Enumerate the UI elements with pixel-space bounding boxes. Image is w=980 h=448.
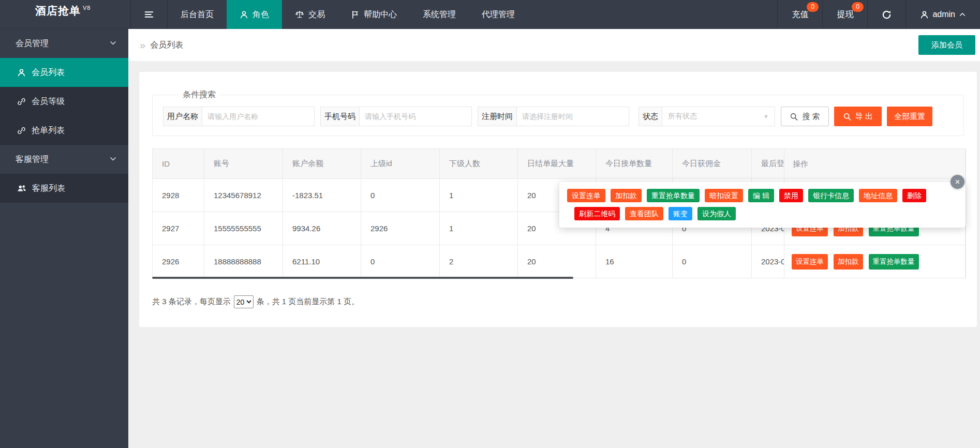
row-action-button[interactable]: 加扣款 bbox=[834, 254, 863, 270]
search-filter-fieldset: 条件搜索 用户名称 手机号码 注册时间 状态 bbox=[152, 89, 964, 136]
column-header: 上级id bbox=[361, 149, 440, 179]
person-icon bbox=[17, 68, 26, 77]
export-button[interactable]: 导 出 bbox=[834, 107, 882, 126]
column-header: 下级人数 bbox=[440, 149, 518, 179]
app-title: 酒店抢单 bbox=[35, 4, 81, 18]
popup-action-button[interactable]: 账变 bbox=[669, 207, 692, 220]
register-time-label: 注册时间 bbox=[478, 107, 516, 126]
flag-icon bbox=[351, 10, 360, 19]
popup-action-button[interactable]: 地址信息 bbox=[859, 189, 897, 202]
sidebar-group-label: 会员管理 bbox=[16, 38, 49, 49]
row-action-button[interactable]: 设置连单 bbox=[792, 254, 828, 270]
table-cell: 9934.26 bbox=[283, 212, 361, 245]
topnav-item-2[interactable]: 交易 bbox=[282, 0, 338, 29]
filter-legend: 条件搜索 bbox=[179, 89, 220, 100]
topnav-item-3[interactable]: 帮助中心 bbox=[338, 0, 410, 29]
horizontal-scrollbar-thumb[interactable] bbox=[152, 277, 573, 279]
operation-column-header: 操作 bbox=[784, 149, 965, 179]
popup-action-button[interactable]: 设置连单 bbox=[567, 189, 605, 202]
app-version: V8 bbox=[83, 5, 91, 11]
column-header: 今日获佣金 bbox=[673, 149, 752, 179]
users-icon bbox=[17, 184, 26, 193]
pagination: 共 3 条记录，每页显示 20 条，共 1 页当前显示第 1 页。 bbox=[152, 295, 964, 308]
popup-action-button[interactable]: 禁用 bbox=[779, 189, 803, 202]
link-icon bbox=[17, 97, 26, 106]
sidebar-item-1[interactable]: 会员列表 bbox=[0, 58, 128, 87]
table-cell: 1 bbox=[440, 179, 518, 212]
export-button-label: 导 出 bbox=[855, 112, 873, 122]
dropdown-arrow-icon: ▼ bbox=[763, 113, 769, 120]
table-cell: 15555555555 bbox=[204, 212, 283, 245]
refresh-button[interactable] bbox=[867, 0, 905, 29]
popup-action-button[interactable]: 加扣款 bbox=[611, 189, 642, 202]
sidebar-item-5[interactable]: 客服列表 bbox=[0, 174, 128, 203]
topnav-item-label: 后台首页 bbox=[181, 9, 214, 20]
member-list-card: 条件搜索 用户名称 手机号码 注册时间 状态 bbox=[139, 72, 977, 327]
withdraw-button[interactable]: 提现 0 bbox=[822, 0, 867, 29]
reset-all-button[interactable]: 全部重置 bbox=[887, 107, 932, 126]
sidebar-item-label: 会员列表 bbox=[32, 67, 65, 78]
popup-action-button[interactable]: 查看团队 bbox=[625, 207, 663, 220]
popup-action-button[interactable]: 暗扣设置 bbox=[705, 189, 743, 202]
popup-action-button[interactable]: 设为假人 bbox=[697, 207, 736, 220]
sidebar-item-2[interactable]: 会员等级 bbox=[0, 87, 128, 116]
column-header: 账户余额 bbox=[283, 149, 361, 179]
top-menu: 后台首页角色交易帮助中心系统管理代理管理 bbox=[168, 0, 528, 29]
link-icon bbox=[17, 126, 26, 135]
topnav-item-5[interactable]: 代理管理 bbox=[469, 0, 528, 29]
table-cell: 12345678912 bbox=[204, 179, 283, 212]
popup-button-row: 刷新二维码查看团队账变设为假人 bbox=[574, 207, 959, 220]
sidebar-group-label: 客服管理 bbox=[16, 154, 49, 165]
topnav-item-1[interactable]: 角色 bbox=[227, 0, 282, 29]
popup-action-button[interactable]: 删除 bbox=[902, 189, 926, 202]
scale-icon bbox=[295, 10, 304, 19]
breadcrumb-chevrons-icon: » bbox=[140, 39, 145, 51]
popup-action-button[interactable]: 刷新二维码 bbox=[574, 207, 620, 220]
pagination-suffix: 条，共 1 页当前显示第 1 页。 bbox=[257, 297, 359, 307]
table-cell: 2927 bbox=[153, 212, 204, 245]
popup-action-button[interactable]: 编 辑 bbox=[748, 189, 774, 202]
table-cell: 2 bbox=[440, 245, 518, 278]
phone-input[interactable] bbox=[359, 107, 472, 126]
popup-action-button[interactable]: 重置抢单数量 bbox=[647, 189, 700, 202]
topnav-item-label: 角色 bbox=[253, 9, 269, 20]
recharge-button[interactable]: 充值 0 bbox=[777, 0, 822, 29]
topnav-item-label: 代理管理 bbox=[482, 9, 515, 20]
sidebar-item-3[interactable]: 抢单列表 bbox=[0, 116, 128, 145]
table-cell: 0 bbox=[673, 245, 752, 278]
search-icon bbox=[790, 112, 798, 121]
sidebar-item-label: 会员等级 bbox=[32, 96, 65, 107]
chevron-down-icon bbox=[109, 155, 117, 165]
table-cell: 16 bbox=[596, 245, 673, 278]
register-time-input[interactable] bbox=[516, 107, 629, 126]
add-member-button[interactable]: 添加会员 bbox=[918, 35, 975, 55]
page-size-select[interactable]: 20 bbox=[234, 295, 254, 308]
table-cell: 20 bbox=[518, 245, 596, 278]
search-button[interactable]: 搜 索 bbox=[781, 107, 829, 126]
topnav-item-0[interactable]: 后台首页 bbox=[168, 0, 227, 29]
popup-button-row: 设置连单加扣款重置抢单数量暗扣设置编 辑禁用银行卡信息地址信息删除 bbox=[567, 189, 959, 202]
filter-row: 用户名称 手机号码 注册时间 状态 所有状态 bbox=[163, 107, 954, 126]
sidebar-group-4[interactable]: 客服管理 bbox=[0, 145, 128, 174]
recharge-badge: 0 bbox=[807, 2, 819, 12]
row-action-button[interactable]: 重置抢单数量 bbox=[869, 254, 919, 270]
status-select[interactable]: 所有状态 ▼ bbox=[662, 107, 775, 126]
reset-button-label: 全部重置 bbox=[894, 112, 925, 122]
user-menu[interactable]: admin bbox=[905, 0, 980, 29]
table-cell: -1823.51 bbox=[283, 179, 361, 212]
sidebar-toggle-button[interactable] bbox=[131, 0, 168, 29]
username-input[interactable] bbox=[202, 107, 315, 126]
main-area: » 会员列表 添加会员 条件搜索 用户名称 手机号码 注册时间 bbox=[128, 29, 980, 448]
close-icon[interactable]: × bbox=[951, 175, 964, 189]
content: 条件搜索 用户名称 手机号码 注册时间 状态 bbox=[128, 61, 980, 327]
column-header: 日结单最大量 bbox=[518, 149, 596, 179]
sidebar-group-0[interactable]: 会员管理 bbox=[0, 29, 128, 58]
member-table-wrap: ID账号账户余额上级id下级人数日结单最大量今日接单数量今日获佣金最后登 292… bbox=[152, 148, 966, 279]
navbar-right: 充值 0 提现 0 admin bbox=[777, 0, 980, 29]
popup-action-button[interactable]: 银行卡信息 bbox=[808, 189, 854, 202]
chevron-up-icon bbox=[959, 11, 966, 18]
topnav-item-label: 交易 bbox=[308, 9, 325, 20]
table-cell: 6211.10 bbox=[283, 245, 361, 278]
topnav-item-4[interactable]: 系统管理 bbox=[410, 0, 469, 29]
chevron-down-icon bbox=[109, 39, 117, 49]
